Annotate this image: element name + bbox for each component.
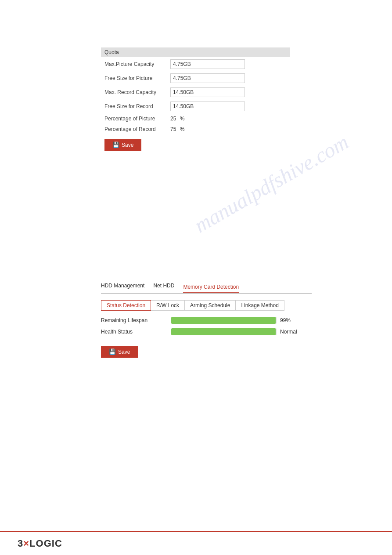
hdd-save-label: Save bbox=[118, 349, 130, 355]
pct-picture-unit: % bbox=[178, 116, 184, 122]
max-picture-capacity-label: Max.Picture Capacity bbox=[101, 57, 167, 71]
logo-3: 3 bbox=[18, 538, 23, 549]
sub-tab-bar: Status DetectionR/W LockArming ScheduleL… bbox=[101, 300, 312, 311]
progress-bar-fill bbox=[171, 317, 276, 324]
hdd-save-icon: 💾 bbox=[109, 348, 116, 355]
footer: 3×LOGIC bbox=[0, 531, 392, 555]
pct-record-value: 75 bbox=[170, 126, 176, 132]
progress-value: 99% bbox=[280, 317, 291, 323]
free-size-picture-label: Free Size for Picture bbox=[101, 71, 167, 85]
pct-picture-label: Percentage of Picture bbox=[101, 113, 167, 124]
hdd-tab-bar: HDD ManagementNet HDDMemory Card Detecti… bbox=[101, 283, 312, 294]
max-picture-capacity-input[interactable] bbox=[170, 59, 245, 69]
status-row-health-status: Health StatusNormal bbox=[101, 328, 312, 335]
sub-tab-linkage-method[interactable]: Linkage Method bbox=[235, 300, 284, 311]
free-size-picture-input[interactable] bbox=[170, 73, 245, 83]
free-size-record-input[interactable] bbox=[170, 102, 245, 111]
quota-save-button[interactable]: 💾 Save bbox=[104, 139, 141, 151]
logo-x: × bbox=[23, 538, 29, 549]
hdd-tab-memory-card-detection[interactable]: Memory Card Detection bbox=[183, 284, 239, 293]
hdd-save-button[interactable]: 💾 Save bbox=[101, 346, 138, 358]
quota-save-label: Save bbox=[122, 142, 133, 148]
free-size-record-label: Free Size for Record bbox=[101, 99, 167, 113]
sub-tab-status-detection[interactable]: Status Detection bbox=[101, 300, 151, 311]
quota-header: Quota bbox=[101, 47, 290, 57]
hdd-section: HDD ManagementNet HDDMemory Card Detecti… bbox=[101, 283, 312, 358]
pct-record-label: Percentage of Record bbox=[101, 124, 167, 134]
quota-table: Max.Picture CapacityFree Size for Pictur… bbox=[101, 57, 290, 134]
footer-logo: 3×LOGIC bbox=[18, 538, 62, 549]
status-row-remaining-lifespan: Remaining Lifespan99% bbox=[101, 317, 312, 324]
status-label-remaining-lifespan: Remaining Lifespan bbox=[101, 317, 171, 323]
sub-tab-arming-schedule[interactable]: Arming Schedule bbox=[184, 300, 236, 311]
max-record-capacity-label: Max. Record Capacity bbox=[101, 85, 167, 99]
progress-value: Normal bbox=[280, 329, 297, 335]
progress-bar-fill bbox=[171, 328, 276, 335]
hdd-tab-hdd-management[interactable]: HDD Management bbox=[101, 283, 144, 290]
logo-logic: LOGIC bbox=[29, 538, 62, 549]
save-icon: 💾 bbox=[112, 141, 119, 148]
status-label-health-status: Health Status bbox=[101, 329, 171, 335]
pct-record-unit: % bbox=[178, 126, 184, 132]
hdd-tab-net-hdd[interactable]: Net HDD bbox=[153, 283, 174, 290]
pct-picture-value: 25 bbox=[170, 116, 176, 122]
progress-bar-container bbox=[171, 328, 277, 335]
progress-bar-container bbox=[171, 317, 277, 324]
sub-tab-r/w-lock[interactable]: R/W Lock bbox=[151, 300, 185, 311]
quota-section: Quota Max.Picture CapacityFree Size for … bbox=[101, 47, 290, 151]
status-rows: Remaining Lifespan99%Health StatusNormal bbox=[101, 317, 312, 335]
max-record-capacity-input[interactable] bbox=[170, 87, 245, 97]
